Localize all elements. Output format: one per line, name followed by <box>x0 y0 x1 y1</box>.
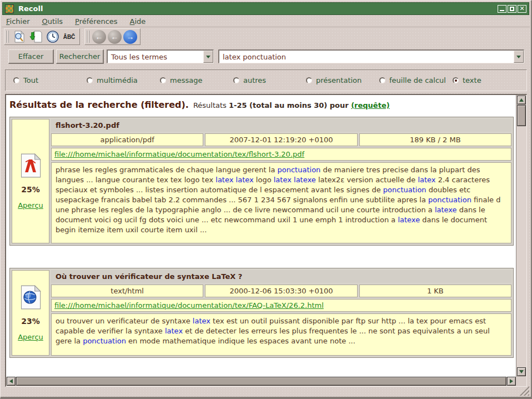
filter-radio-message[interactable]: message <box>160 76 202 84</box>
toolbar-handle[interactable] <box>6 31 9 43</box>
arrow-down-icon <box>519 370 524 373</box>
result-side-panel: 23% Aperçu <box>12 270 49 356</box>
toolbar-group-tools: ÂBĈ <box>4 28 80 45</box>
menu-preferences[interactable]: Préférences <box>75 17 117 26</box>
search-mode-select[interactable]: Tous les termes <box>107 49 214 63</box>
window-controls: ✕ <box>498 5 526 13</box>
arrow-right-icon <box>510 379 513 383</box>
result-metadata: text/html 2000-12-06 15:03:30 +0100 1 KB <box>51 285 511 297</box>
query-details-link[interactable]: (requête) <box>351 101 390 109</box>
toolbar-group-nav: ← ← → <box>84 28 140 45</box>
radio-icon <box>379 77 385 83</box>
search-query-input[interactable] <box>219 53 514 61</box>
arrow-left-icon <box>9 379 13 383</box>
filter-radio-multimedia[interactable]: multimédia <box>87 76 138 84</box>
minimize-icon <box>500 9 504 11</box>
query-combo[interactable] <box>218 49 524 63</box>
horizontal-scroll-thumb[interactable] <box>16 377 506 386</box>
recoll-app-icon <box>5 4 14 13</box>
radio-icon <box>233 77 239 83</box>
scroll-down-button[interactable] <box>517 367 526 376</box>
result-snippet: phrase les regles grammaticales de chaqu… <box>51 162 511 243</box>
arrow-left-icon: ← <box>96 33 103 41</box>
filter-radio-presentation[interactable]: présentation <box>306 76 362 84</box>
preview-link[interactable]: Aperçu <box>18 333 43 341</box>
scroll-up-button[interactable] <box>517 96 526 104</box>
vertical-scroll-thumb[interactable] <box>517 105 526 126</box>
sort-parameters-button[interactable] <box>28 29 43 44</box>
filter-radio-tout[interactable]: Tout <box>13 76 38 84</box>
menu-aide[interactable]: Aide <box>130 17 146 26</box>
result-url-link[interactable]: file:///home/michael/informatique/docume… <box>54 150 304 158</box>
filter-radio-texte[interactable]: texte <box>453 76 481 84</box>
maximize-button[interactable] <box>508 5 516 13</box>
result-mimetype: application/pdf <box>51 133 203 146</box>
titlebar[interactable]: Recoll ✕ <box>2 2 529 15</box>
menu-outils[interactable]: Outils <box>42 17 63 26</box>
vertical-scrollbar[interactable] <box>516 95 526 377</box>
result-url-row: file:///home/michael/informatique/docume… <box>51 148 511 161</box>
result-date: 2000-12-06 15:03:30 +0100 <box>205 285 357 297</box>
doc-magnifier-icon <box>13 30 26 43</box>
scroll-left-button[interactable] <box>7 377 16 386</box>
chevron-down-icon[interactable] <box>514 51 524 63</box>
result-snippet: ou trouver un verificateur de syntaxe la… <box>51 313 511 356</box>
filter-radio-feuille-de-calcul[interactable]: feuille de calcul <box>379 76 446 84</box>
filter-category-bar: Tout multimédia message autres présentat… <box>5 69 527 91</box>
scroll-right-button[interactable] <box>507 377 516 386</box>
result-title: Où trouver un vérificateur de syntaxe La… <box>51 270 511 283</box>
window-title: Recoll <box>18 4 43 13</box>
result-url-row: file:///home/michael/informatique/docume… <box>51 299 511 312</box>
recoll-window: Recoll ✕ Fichier Outils Préférences Aide <box>0 0 532 399</box>
close-button[interactable]: ✕ <box>518 5 526 13</box>
menu-fichier[interactable]: Fichier <box>6 17 30 26</box>
result-side-panel: 25% Aperçu <box>12 119 49 243</box>
search-mode-value: Tous les termes <box>108 53 203 61</box>
first-page-button[interactable]: ← <box>92 30 106 44</box>
radio-icon <box>13 77 19 83</box>
previous-page-button[interactable]: ← <box>108 30 122 44</box>
doc-sort-arrows-icon <box>29 30 43 43</box>
horizontal-scrollbar[interactable] <box>6 377 516 386</box>
radio-icon <box>87 77 93 83</box>
result-size: 189 KB / 2 MB <box>359 133 511 146</box>
radio-icon <box>306 77 312 83</box>
results-title: Résultats de la recherche (filtered). <box>9 99 189 110</box>
result-date: 2007-12-01 12:19:20 +0100 <box>205 133 357 146</box>
resize-grip[interactable] <box>519 386 529 396</box>
result-details: Où trouver un vérificateur de syntaxe La… <box>51 270 511 356</box>
arrow-right-icon: → <box>127 33 134 41</box>
relevance-percent: 25% <box>21 185 40 194</box>
relevance-percent: 23% <box>21 317 40 326</box>
results-count: 1-25 (total au moins 30) pour <box>229 101 351 109</box>
maximize-icon <box>510 7 514 11</box>
next-page-button[interactable]: → <box>123 30 137 44</box>
document-history-button[interactable] <box>45 29 60 44</box>
radio-icon <box>453 77 459 83</box>
results-count-prefix: Résultats <box>193 101 229 109</box>
toolbar-handle[interactable] <box>86 31 89 43</box>
pdf-file-icon <box>20 153 41 178</box>
search-button[interactable]: Rechercher <box>56 49 104 64</box>
result-item: 23% Aperçu Où trouver un vérificateur de… <box>9 268 514 358</box>
result-size: 1 KB <box>359 285 511 297</box>
minimize-button[interactable] <box>498 5 506 13</box>
filter-radio-autres[interactable]: autres <box>233 76 266 84</box>
result-url-link[interactable]: file:///home/michael/informatique/docume… <box>54 301 324 310</box>
clear-button[interactable]: Effacer <box>8 49 54 64</box>
result-details: flshort-3.20.pdf application/pdf 2007-12… <box>51 119 511 243</box>
clock-icon <box>46 30 59 43</box>
chevron-down-icon[interactable] <box>203 51 213 63</box>
preview-link[interactable]: Aperçu <box>18 201 43 210</box>
html-file-icon <box>20 285 41 310</box>
abc-icon: ÂBĈ <box>63 34 76 40</box>
arrow-up-icon <box>519 98 524 102</box>
advanced-search-button[interactable] <box>12 29 27 44</box>
close-icon: ✕ <box>519 6 524 12</box>
result-item: 25% Aperçu flshort-3.20.pdf application/… <box>9 117 514 246</box>
result-mimetype: text/html <box>51 285 203 297</box>
term-explorer-button[interactable]: ÂBĈ <box>62 29 77 44</box>
results-list: Résultats de la recherche (filtered).Rés… <box>6 95 516 377</box>
arrow-left-icon: ← <box>111 33 119 41</box>
results-area: Résultats de la recherche (filtered).Rés… <box>5 94 527 387</box>
